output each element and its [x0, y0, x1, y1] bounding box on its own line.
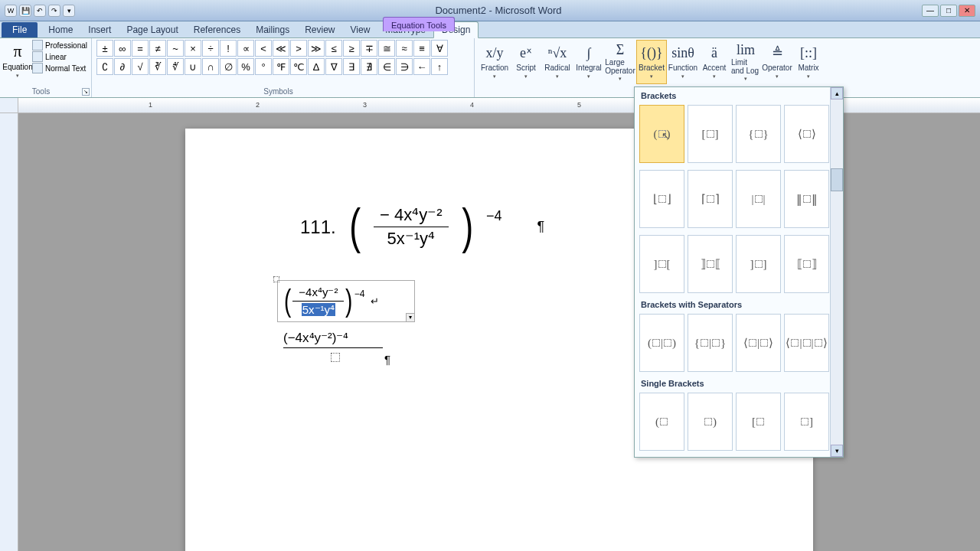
bracket-gallery-item[interactable]: ⌈⌉ [688, 170, 733, 228]
function-button[interactable]: sinθFunction▾ [668, 40, 698, 84]
symbol-button[interactable]: ≪ [273, 40, 289, 57]
bracket-gallery-item[interactable]: ( [639, 393, 684, 451]
professional-option[interactable]: Professional [32, 40, 87, 51]
tab-view[interactable]: View [343, 22, 378, 37]
symbol-button[interactable]: ≥ [343, 40, 360, 57]
symbol-button[interactable]: ∇ [325, 58, 342, 75]
tab-mailings[interactable]: Mailings [248, 22, 297, 37]
bracket-gallery-item[interactable]: ] [784, 393, 829, 451]
symbol-button[interactable]: ≅ [378, 40, 395, 57]
symbol-button[interactable]: ∆ [308, 58, 325, 75]
symbol-button[interactable]: ÷ [202, 40, 219, 57]
vertical-ruler[interactable] [0, 113, 18, 551]
close-button[interactable]: ✕ [959, 5, 975, 17]
tools-launcher-icon[interactable]: ↘ [82, 88, 90, 96]
bracket-gallery-item[interactable]: ]] [736, 235, 781, 293]
bracket-gallery-item[interactable]: {|} [688, 314, 733, 372]
matrix-button[interactable]: [::]Matrix▾ [793, 40, 824, 84]
word-icon[interactable]: W [5, 5, 17, 17]
bracket-gallery-item[interactable]: ‖‖ [784, 170, 829, 228]
symbol-button[interactable]: ∅ [220, 58, 237, 75]
radical-button[interactable]: ⁿ√xRadical▾ [542, 40, 573, 84]
equation-placeholder[interactable] [331, 353, 340, 362]
tab-review[interactable]: Review [297, 22, 342, 37]
symbol-button[interactable]: = [132, 40, 149, 57]
limit-log-button[interactable]: limLimit and Log▾ [730, 40, 761, 84]
bracket-gallery-item[interactable]: ()↖ [639, 105, 684, 163]
symbol-button[interactable]: ∪ [185, 58, 201, 75]
symbol-button[interactable]: ∞ [114, 40, 131, 57]
bracket-gallery-item[interactable]: ⟦⟧ [784, 235, 829, 293]
equation-editor-box[interactable]: ( −4x⁴y⁻² 5x⁻¹y⁴ ) −4 ↵ ▾ [277, 280, 415, 322]
bracket-gallery-item[interactable]: (|) [639, 314, 684, 372]
symbol-button[interactable]: ≤ [325, 40, 342, 57]
symbol-button[interactable]: ≈ [396, 40, 413, 57]
fraction-button[interactable]: x/yFraction▾ [479, 40, 510, 84]
tab-page-layout[interactable]: Page Layout [119, 22, 185, 37]
file-tab[interactable]: File [2, 22, 38, 37]
tab-references[interactable]: References [186, 22, 248, 37]
equation-box-handle-icon[interactable] [273, 276, 279, 282]
symbol-button[interactable]: ≡ [413, 40, 430, 57]
bracket-gallery-item[interactable]: ⟨⟩ [784, 105, 829, 163]
bracket-gallery-item[interactable]: ][ [639, 235, 684, 293]
operator-button[interactable]: ≜Operator▾ [762, 40, 792, 84]
bracket-button[interactable]: {()}Bracket▾ [636, 40, 667, 84]
bracket-gallery-item[interactable]: ) [688, 393, 733, 451]
symbol-button[interactable]: √ [132, 58, 149, 75]
bracket-gallery-item[interactable]: || [736, 170, 781, 228]
symbol-button[interactable]: > [290, 40, 307, 57]
minimize-button[interactable]: — [922, 5, 939, 17]
symbol-button[interactable]: ~ [167, 40, 184, 57]
bracket-gallery-item[interactable]: {} [736, 105, 781, 163]
accent-button[interactable]: äAccent▾ [699, 40, 730, 84]
symbol-button[interactable]: ∄ [361, 58, 377, 75]
symbol-button[interactable]: ∃ [343, 58, 360, 75]
qat-more-icon[interactable]: ▾ [63, 5, 75, 17]
normal-text-option[interactable]: Normal Text [32, 63, 87, 73]
bracket-gallery-item[interactable]: ⟨||⟩ [784, 314, 829, 372]
integral-button[interactable]: ∫Integral▾ [573, 40, 604, 84]
symbol-button[interactable]: ∋ [396, 58, 413, 75]
symbol-button[interactable]: ℉ [273, 58, 289, 75]
symbol-button[interactable]: ∓ [361, 40, 377, 57]
maximize-button[interactable]: □ [940, 5, 957, 17]
symbol-button[interactable]: ∜ [167, 58, 184, 75]
script-button[interactable]: eˣScript▾ [511, 40, 541, 84]
symbol-button[interactable]: × [185, 40, 201, 57]
save-icon[interactable]: 💾 [19, 5, 31, 17]
scroll-thumb[interactable] [831, 168, 843, 191]
symbol-button[interactable]: < [255, 40, 272, 57]
symbol-button[interactable]: ℃ [290, 58, 307, 75]
equation-options-dropdown[interactable]: ▾ [406, 313, 415, 322]
bracket-gallery-item[interactable]: ⌊⌋ [639, 170, 684, 228]
symbol-button[interactable]: ∝ [237, 40, 254, 57]
scroll-down-icon[interactable]: ▾ [831, 445, 843, 457]
symbol-button[interactable]: ↑ [431, 58, 448, 75]
symbol-button[interactable]: ∁ [96, 58, 113, 75]
undo-icon[interactable]: ↶ [34, 5, 46, 17]
symbol-button[interactable]: ∀ [431, 40, 448, 57]
bracket-gallery-item[interactable]: [ [736, 393, 781, 451]
bracket-gallery-item[interactable]: ⟧⟦ [688, 235, 733, 293]
linear-option[interactable]: Linear [32, 51, 87, 62]
bracket-gallery-item[interactable]: [] [688, 105, 733, 163]
bracket-gallery-item[interactable]: ⟨|⟩ [736, 314, 781, 372]
symbol-button[interactable]: ≫ [308, 40, 325, 57]
tab-insert[interactable]: Insert [80, 22, 119, 37]
symbol-button[interactable]: ≠ [149, 40, 166, 57]
tab-home[interactable]: Home [41, 22, 80, 37]
symbol-button[interactable]: % [237, 58, 254, 75]
selected-text[interactable]: 5x⁻¹y⁴ [302, 303, 335, 316]
equation-button[interactable]: π Equation ▾ [5, 40, 31, 80]
symbol-button[interactable]: ! [220, 40, 237, 57]
symbol-button[interactable]: ° [255, 58, 272, 75]
symbol-button[interactable]: ∩ [202, 58, 219, 75]
symbol-button[interactable]: ± [96, 40, 113, 57]
redo-icon[interactable]: ↷ [48, 5, 60, 17]
symbol-button[interactable]: ← [413, 58, 430, 75]
scroll-up-icon[interactable]: ▴ [831, 87, 843, 99]
large-operator-button[interactable]: ΣLarge Operator▾ [605, 40, 635, 84]
symbol-button[interactable]: ∈ [378, 58, 395, 75]
gallery-scrollbar[interactable]: ▴ ▾ [830, 87, 843, 457]
